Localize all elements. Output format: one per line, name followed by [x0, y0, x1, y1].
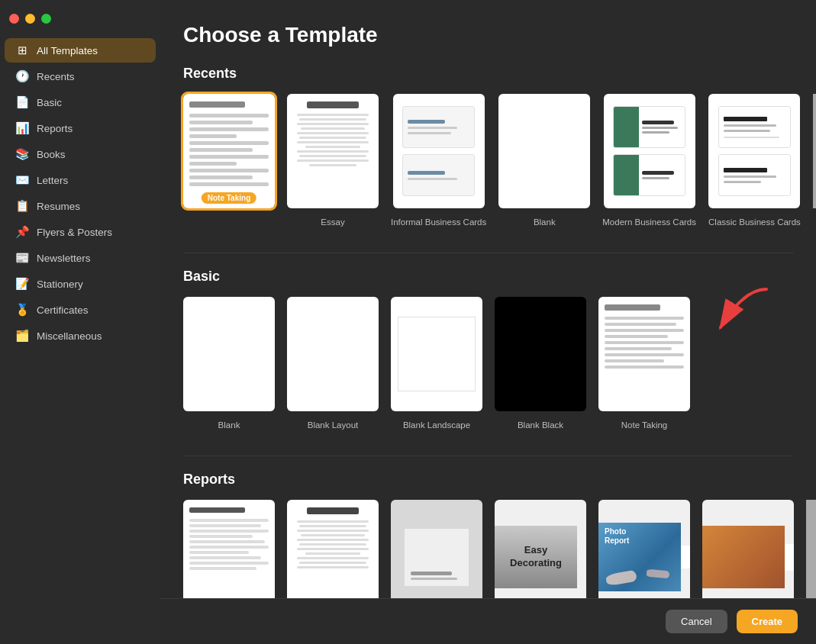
- blank-black-label: Blank Black: [518, 420, 563, 430]
- red-arrow-annotation: [698, 282, 774, 343]
- resumes-icon: 📋: [15, 199, 29, 213]
- modern-bc-label-wrapper: Modern Business Cards: [602, 214, 696, 228]
- template-thumb-blank-layout: [287, 297, 379, 411]
- template-card-classic-bc[interactable]: Classic Business Cards: [708, 94, 801, 228]
- template-thumb-blank-basic: [183, 297, 275, 411]
- close-button[interactable]: [9, 14, 19, 24]
- sidebar-item-stationery[interactable]: 📝 Stationery: [5, 272, 156, 296]
- recents-section: Recents: [183, 66, 793, 228]
- recents-grid: Note Taking: [183, 94, 793, 228]
- sidebar-label-all-templates: All Templates: [37, 45, 98, 56]
- template-thumb-blank-landscape: [391, 297, 482, 411]
- misc-icon: 🗂️: [15, 329, 29, 343]
- books-icon: 📚: [15, 147, 29, 161]
- cancel-button[interactable]: Cancel: [666, 610, 727, 633]
- template-card-blank-recent[interactable]: Blank: [498, 94, 590, 228]
- traffic-lights: [9, 14, 51, 24]
- template-thumb-contemporary-report: Easy Decorating: [495, 500, 586, 614]
- sidebar-label-stationery: Stationery: [37, 279, 83, 290]
- recents-section-title: Recents: [183, 66, 793, 82]
- newsletters-icon: 📰: [15, 251, 29, 265]
- note-taking-basic-label-wrapper: Note Taking: [621, 417, 668, 431]
- reports-section-title: Reports: [183, 472, 793, 488]
- template-thumb-classic-bc-2: [813, 94, 816, 208]
- maximize-button[interactable]: [41, 14, 51, 24]
- all-templates-icon: ⊞: [15, 43, 29, 57]
- blank-label-wrapper: Blank: [534, 214, 556, 228]
- blank-layout-label-wrapper: Blank Layout: [308, 417, 359, 431]
- template-card-blank[interactable]: Blank: [183, 297, 275, 431]
- template-card-modern-bc[interactable]: Modern Business Cards: [602, 94, 696, 228]
- minimize-button[interactable]: [25, 14, 35, 24]
- sidebar-label-letters: Letters: [37, 175, 68, 186]
- informal-bc-label: Informal Business Cards: [391, 217, 486, 227]
- sidebar-item-all-templates[interactable]: ⊞ All Templates: [5, 38, 156, 63]
- informal-bc-label-wrapper: Informal Business Cards: [391, 214, 486, 228]
- blank-basic-label: Blank: [218, 420, 240, 430]
- template-card-blank-layout[interactable]: Blank Layout: [287, 297, 379, 431]
- template-thumb-note-taking-basic: [598, 297, 690, 411]
- sidebar-label-flyers: Flyers & Posters: [37, 227, 112, 238]
- sidebar-label-books: Books: [37, 149, 66, 160]
- sidebar-item-books[interactable]: 📚 Books: [5, 142, 156, 166]
- letters-icon: ✉️: [15, 173, 29, 187]
- page-title: Choose a Template: [183, 23, 793, 47]
- stationery-icon: 📝: [15, 277, 29, 291]
- basic-section-title: Basic: [183, 269, 793, 285]
- sidebar-label-basic: Basic: [37, 97, 62, 108]
- selected-badge: Note Taking: [202, 192, 256, 204]
- note-taking-basic-label: Note Taking: [621, 420, 668, 430]
- basic-icon: 📄: [15, 95, 29, 109]
- template-thumb-term-paper: [702, 500, 794, 614]
- essay-label-wrapper: Essay: [321, 214, 344, 228]
- blank-landscape-label: Blank Landscape: [403, 420, 470, 430]
- sidebar-item-recents[interactable]: 🕐 Recents: [5, 64, 156, 89]
- template-thumb-minimalist-report: [391, 500, 482, 614]
- template-thumb-note-taking: Note Taking: [183, 94, 275, 208]
- template-thumb-school: [806, 500, 816, 614]
- create-button[interactable]: Create: [737, 610, 798, 633]
- basic-grid: Blank Blank Layout Blank Landscape: [183, 297, 793, 431]
- sidebar-item-newsletters[interactable]: 📰 Newsletters: [5, 246, 156, 270]
- sidebar-item-letters[interactable]: ✉️ Letters: [5, 168, 156, 192]
- sidebar-label-recents: Recents: [37, 71, 75, 82]
- sidebar-item-reports[interactable]: 📊 Reports: [5, 116, 156, 140]
- sidebar-label-certificates: Certificates: [37, 304, 89, 316]
- flyers-icon: 📌: [15, 225, 29, 239]
- sidebar-item-certificates[interactable]: 🏅 Certificates: [5, 298, 156, 322]
- main-content: Choose a Template Recents: [160, 0, 816, 644]
- template-thumb-modern-bc: [604, 94, 695, 208]
- template-thumb-essay: [287, 94, 379, 208]
- template-card-note-taking-basic[interactable]: Note Taking: [598, 297, 690, 431]
- sidebar-item-flyers-posters[interactable]: 📌 Flyers & Posters: [5, 220, 156, 244]
- template-card-blank-black[interactable]: Blank Black: [495, 297, 586, 431]
- template-card-classic-bc-2[interactable]: [813, 94, 816, 228]
- sidebar-item-resumes[interactable]: 📋 Resumes: [5, 194, 156, 218]
- template-card-informal-bc[interactable]: Informal Business Cards: [391, 94, 486, 228]
- essay-label: Essay: [321, 217, 344, 227]
- template-card-essay-recent[interactable]: Essay: [287, 94, 379, 228]
- blank-black-label-wrapper: Blank Black: [518, 417, 563, 431]
- sidebar-label-newsletters: Newsletters: [37, 253, 91, 264]
- basic-section: Basic Blank Blank Layout: [183, 269, 793, 431]
- bottom-bar: Cancel Create: [160, 598, 816, 644]
- template-card-note-taking-recent[interactable]: Note Taking: [183, 94, 275, 228]
- template-thumb-simple-report: [183, 500, 275, 614]
- template-thumb-photo-report: PhotoReport: [598, 500, 690, 614]
- sidebar-label-reports: Reports: [37, 123, 73, 134]
- sidebar-label-resumes: Resumes: [37, 201, 80, 212]
- blank-layout-label: Blank Layout: [308, 420, 359, 430]
- sidebar-item-miscellaneous[interactable]: 🗂️ Miscellaneous: [5, 324, 156, 348]
- recents-icon: 🕐: [15, 69, 29, 83]
- certificates-icon: 🏅: [15, 303, 29, 317]
- reports-icon: 📊: [15, 121, 29, 135]
- template-card-blank-landscape[interactable]: Blank Landscape: [391, 297, 482, 431]
- sidebar-item-basic[interactable]: 📄 Basic: [5, 90, 156, 114]
- blank-basic-label-wrapper: Blank: [218, 417, 240, 431]
- sidebar-label-misc: Miscellaneous: [37, 330, 102, 342]
- template-thumb-essay-report: [287, 500, 379, 614]
- blank-landscape-label-wrapper: Blank Landscape: [403, 417, 470, 431]
- template-thumb-blank: [498, 94, 590, 208]
- modern-bc-label: Modern Business Cards: [602, 217, 696, 227]
- template-thumb-classic-bc: [708, 94, 800, 208]
